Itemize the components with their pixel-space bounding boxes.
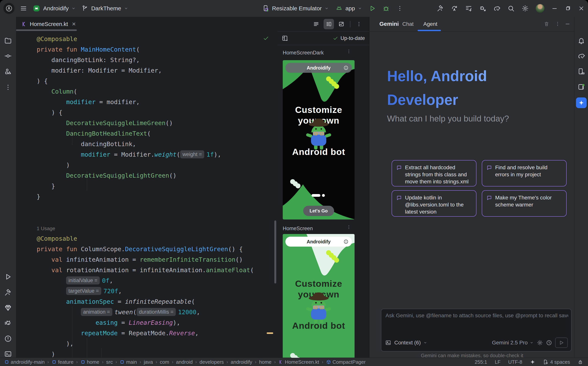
sidebar-item-notifications[interactable] [578, 37, 585, 45]
code-line: val infiniteAnimation = rememberInfinite… [37, 254, 254, 265]
sidebar-item-gemini[interactable] [576, 97, 587, 108]
editor-scrollbar[interactable] [274, 221, 276, 283]
info-icon [344, 239, 348, 244]
device-selector[interactable]: Resizable Emulator [262, 5, 329, 12]
history-icon[interactable] [546, 340, 552, 346]
breadcrumb-item[interactable]: developers [199, 359, 224, 365]
sidebar-item-structure[interactable] [4, 68, 12, 76]
line-ending[interactable]: LF [495, 359, 501, 365]
project-selector[interactable]: Androidify [32, 4, 76, 12]
preview-options-icon[interactable] [346, 224, 351, 230]
breadcrumb-item[interactable]: androidify [231, 359, 252, 365]
sidebar-item-terminal[interactable] [4, 350, 12, 358]
window-minimize-button[interactable] [551, 5, 558, 12]
tab-chat[interactable]: Chat [402, 21, 414, 27]
user-avatar[interactable] [536, 4, 544, 13]
main-menu-button[interactable] [20, 5, 27, 12]
profiler-icon[interactable] [465, 5, 472, 12]
code-line: } [37, 181, 254, 191]
view-mode-design-button[interactable] [336, 19, 347, 29]
sidebar-item-problems[interactable] [4, 335, 12, 343]
build-hammer-icon[interactable] [437, 5, 444, 12]
android-studio-window: Androidify DarkTheme Resizable Emulator … [0, 0, 588, 366]
encoding[interactable]: UTF-8 [508, 359, 522, 365]
breadcrumb-item[interactable]: main [120, 359, 137, 365]
attach-image-icon[interactable] [385, 340, 391, 346]
breadcrumb-item[interactable]: HomeScreen.kt [278, 359, 319, 365]
search-icon[interactable] [507, 5, 515, 12]
gemini-prompt-input[interactable]: Ask Gemini, use @filename to attach sour… [381, 309, 572, 351]
debug-button[interactable] [382, 5, 390, 12]
sync-project-icon[interactable] [451, 5, 458, 12]
project-icon [32, 4, 40, 12]
breadcrumb-item[interactable]: com [160, 359, 169, 365]
inspections-ok-icon[interactable] [263, 35, 269, 41]
sidebar-item-app-insights[interactable] [4, 304, 12, 312]
sidebar-item-commit[interactable] [4, 52, 12, 60]
sidebar-item-running-devices[interactable] [578, 83, 585, 91]
breadcrumb-item[interactable]: androidify-main [4, 359, 45, 365]
settings-icon[interactable] [521, 5, 529, 12]
window-maximize-button[interactable] [565, 5, 571, 12]
gemini-suggestion-card[interactable]: Find and resolve build errors in my proj… [482, 160, 567, 186]
sidebar-item-project-folder[interactable] [4, 37, 12, 45]
sidebar-item-more[interactable] [4, 84, 12, 91]
code-line: DecorativeSquiggleLightGreen() [37, 170, 254, 181]
code-editor[interactable]: @Composableprivate fun MainHomeContent( … [16, 31, 277, 358]
check-icon [333, 36, 338, 41]
sidebar-item-gradle[interactable] [578, 52, 585, 60]
editor-options-button[interactable] [354, 19, 364, 29]
preview-options-icon[interactable] [346, 49, 351, 54]
more-actions-button[interactable] [396, 5, 404, 12]
sidebar-item-build[interactable] [4, 289, 12, 296]
run-config-selector[interactable]: app [336, 5, 362, 12]
breadcrumb-item[interactable]: src [106, 359, 113, 365]
sidebar-item-logcat[interactable] [4, 319, 12, 327]
preview-layout-icon[interactable] [282, 35, 288, 41]
gradle-sync-icon[interactable] [493, 5, 501, 12]
run-button[interactable] [369, 5, 376, 12]
hide-panel-icon[interactable] [565, 21, 570, 27]
breadcrumb-item[interactable]: CompactPager [326, 359, 366, 365]
sidebar-item-device-manager[interactable] [578, 68, 585, 76]
lock-icon[interactable] [578, 359, 583, 365]
close-tab-icon[interactable]: ✕ [72, 21, 76, 27]
send-button[interactable] [555, 337, 568, 348]
context-selector[interactable]: Context (6) [394, 340, 427, 346]
more-options-icon[interactable] [555, 21, 560, 27]
view-mode-split-button[interactable] [324, 19, 334, 29]
view-mode-code-button[interactable] [311, 19, 321, 29]
editor-tab-homescreen[interactable]: HomeScreen.kt ✕ [21, 17, 76, 31]
vcs-branch-selector[interactable]: DarkTheme [81, 5, 128, 12]
preview-app-bar: Androidify [285, 63, 352, 73]
preview-thumbnail-homescreen[interactable]: AndroidifyCustomizeyour ownAndroid bot [283, 234, 355, 358]
gemini-suggestion-card[interactable]: Update kotlin in @libs.version.toml to t… [392, 190, 476, 217]
gemini-greeting: Hello, Android Developer [387, 64, 487, 112]
ai-sparkle-icon[interactable] [530, 359, 535, 365]
breadcrumb-item[interactable]: android [176, 359, 193, 365]
model-selector[interactable]: Gemini 2.5 Pro [492, 340, 534, 346]
breadcrumb-item[interactable]: java [144, 359, 153, 365]
caret-position[interactable]: 255:1 [475, 359, 487, 365]
gemini-suggestion-card[interactable]: Extract all hardcoded strings from this … [392, 160, 476, 186]
changed-lines-marker [267, 332, 273, 334]
sidebar-item-run[interactable] [4, 273, 12, 281]
tab-agent[interactable]: Agent [423, 21, 437, 27]
preview-headline: Customize [283, 278, 355, 289]
project-name: Androidify [43, 5, 69, 12]
code-line [37, 202, 254, 213]
breadcrumb-item[interactable]: home [80, 359, 99, 365]
clear-chat-icon[interactable] [544, 21, 550, 27]
breadcrumb-item[interactable]: home [259, 359, 271, 365]
code-line: easing = LinearEasing), [37, 318, 254, 328]
preview-thumbnail-homescreendark[interactable]: AndroidifyCustomizeyour ownAndroid botLe… [283, 60, 355, 220]
window-close-button[interactable] [578, 5, 585, 12]
indent-setting[interactable]: 4 spaces [543, 359, 570, 365]
attach-debugger-icon[interactable] [479, 5, 486, 12]
gemini-settings-icon[interactable] [537, 340, 543, 346]
code-line: 1 Usage [37, 223, 254, 233]
gemini-suggestion-card[interactable]: Make my Theme's color scheme warmer [482, 190, 567, 217]
chevron-down-icon [530, 341, 534, 345]
branch-name: DarkTheme [91, 5, 121, 12]
breadcrumb-item[interactable]: feature [52, 359, 74, 365]
